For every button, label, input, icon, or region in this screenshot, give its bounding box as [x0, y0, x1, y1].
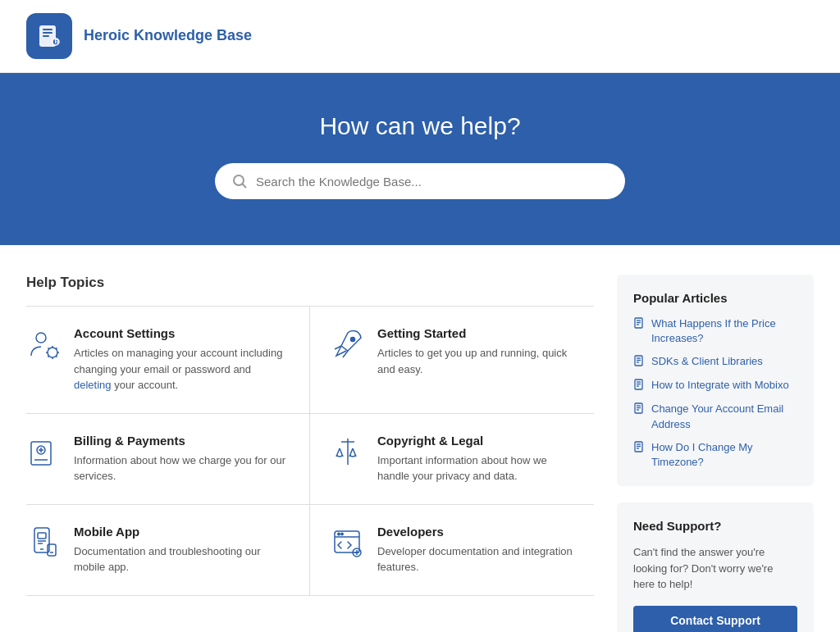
article-icon-4	[633, 441, 645, 456]
topics-grid: Account Settings Articles on managing yo…	[26, 307, 594, 596]
need-support-panel: Need Support? Can't find the answer you'…	[617, 502, 814, 632]
svg-line-15	[56, 356, 57, 357]
topic-item-account-settings[interactable]: Account Settings Articles on managing yo…	[26, 307, 310, 414]
article-item-1: SDKs & Client Libraries	[633, 354, 797, 370]
svg-rect-28	[38, 533, 46, 539]
article-link-2[interactable]: How to Integrate with Mobixo	[651, 378, 789, 393]
topic-desc-billing: Information about how we charge you for …	[74, 452, 290, 484]
article-item-3: Change Your Account Email Address	[633, 402, 797, 431]
svg-rect-19	[31, 442, 51, 465]
contact-support-button[interactable]: Contact Support	[633, 606, 797, 632]
article-icon-2	[633, 379, 645, 393]
article-link-0[interactable]: What Happens If the Price Increases?	[651, 316, 797, 346]
popular-articles-title: Popular Articles	[633, 291, 797, 305]
svg-point-18	[351, 338, 355, 342]
topic-desc-legal: Important information about how we handl…	[377, 452, 581, 484]
topic-title-legal: Copyright & Legal	[377, 434, 581, 448]
billing-icon	[26, 434, 62, 470]
topic-title-account-settings: Account Settings	[74, 326, 290, 340]
topic-content-billing: Billing & Payments Information about how…	[74, 434, 290, 484]
topic-item-developers[interactable]: Developers Developer documentation and i…	[310, 505, 594, 596]
logo-icon: B	[26, 13, 72, 59]
need-support-title: Need Support?	[633, 519, 797, 533]
topic-content-legal: Copyright & Legal Important information …	[377, 434, 581, 484]
svg-rect-2	[43, 32, 52, 34]
article-list: What Happens If the Price Increases? SDK…	[633, 316, 797, 470]
topic-item-legal[interactable]: Copyright & Legal Important information …	[310, 414, 594, 505]
svg-point-36	[341, 533, 343, 534]
topic-title-mobile: Mobile App	[74, 525, 290, 539]
article-item-2: How to Integrate with Mobixo	[633, 378, 797, 393]
legal-icon	[330, 434, 366, 470]
article-link-4[interactable]: How Do I Change My Timezone?	[651, 440, 797, 470]
svg-point-8	[36, 333, 46, 343]
article-item-4: How Do I Change My Timezone?	[633, 440, 797, 470]
svg-line-16	[48, 356, 48, 357]
article-icon-1	[633, 355, 645, 370]
search-input[interactable]	[256, 175, 609, 189]
sidebar: Popular Articles What Happens If the Pri…	[617, 275, 814, 632]
svg-rect-3	[43, 35, 49, 37]
code-icon	[330, 525, 366, 561]
logo-text: Heroic Knowledge Base	[84, 26, 252, 45]
topic-desc-account-settings: Articles on managing your account includ…	[74, 345, 290, 393]
topic-title-developers: Developers	[377, 525, 581, 539]
topic-desc-developers: Developer documentation and integration …	[377, 543, 581, 575]
article-item-0: What Happens If the Price Increases?	[633, 316, 797, 346]
topic-content-account-settings: Account Settings Articles on managing yo…	[74, 326, 290, 393]
help-topics-title: Help Topics	[26, 275, 594, 291]
article-link-3[interactable]: Change Your Account Email Address	[651, 402, 797, 431]
user-gear-icon	[26, 326, 62, 362]
deleting-link[interactable]: deleting	[74, 379, 112, 391]
topic-item-billing[interactable]: Billing & Payments Information about how…	[26, 414, 310, 505]
popular-articles-panel: Popular Articles What Happens If the Pri…	[617, 275, 814, 486]
svg-line-14	[48, 348, 48, 348]
svg-line-17	[56, 348, 57, 348]
svg-rect-1	[43, 29, 52, 30]
svg-text:B: B	[55, 39, 59, 44]
article-icon-3	[633, 402, 645, 417]
topic-desc-mobile: Documentation and troubleshooting our mo…	[74, 543, 290, 575]
article-icon-0	[633, 317, 645, 332]
article-link-1[interactable]: SDKs & Client Libraries	[651, 354, 763, 369]
need-support-desc: Can't find the answer you're looking for…	[633, 544, 797, 593]
topic-desc-getting-started: Articles to get you up and running, quic…	[377, 345, 581, 377]
mobile-icon	[26, 525, 62, 561]
topic-item-getting-started[interactable]: Getting Started Articles to get you up a…	[310, 307, 594, 414]
svg-point-35	[338, 533, 340, 534]
search-bar	[215, 163, 625, 199]
hero-section: How can we help?	[0, 73, 840, 245]
search-icon	[231, 173, 248, 189]
topic-content-developers: Developers Developer documentation and i…	[377, 525, 581, 575]
svg-point-6	[234, 175, 244, 185]
topic-item-mobile[interactable]: Mobile App Documentation and troubleshoo…	[26, 505, 310, 596]
svg-line-7	[243, 184, 247, 189]
rocket-icon	[330, 326, 366, 362]
topic-title-billing: Billing & Payments	[74, 434, 290, 448]
topic-content-mobile: Mobile App Documentation and troubleshoo…	[74, 525, 290, 575]
hero-title: How can we help?	[26, 112, 814, 140]
header: B Heroic Knowledge Base	[0, 0, 840, 73]
topic-title-getting-started: Getting Started	[377, 326, 581, 340]
content-area: Help Topics	[26, 275, 594, 632]
topic-content-getting-started: Getting Started Articles to get you up a…	[377, 326, 581, 377]
